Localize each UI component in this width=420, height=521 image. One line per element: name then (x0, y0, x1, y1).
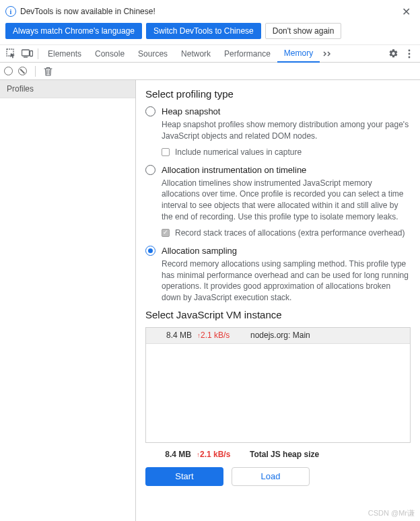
radio-allocation-timeline[interactable] (145, 165, 155, 175)
radio-allocation-sampling[interactable] (145, 246, 155, 256)
device-icon[interactable] (19, 45, 35, 63)
svg-rect-1 (22, 50, 29, 56)
trash-icon[interactable] (44, 67, 53, 76)
checkbox-label[interactable]: Include numerical values in capture (175, 147, 302, 157)
clear-icon[interactable] (18, 67, 27, 75)
switch-language-button[interactable]: Switch DevTools to Chinese (146, 23, 261, 39)
inspect-icon[interactable] (3, 45, 19, 63)
banner-text: DevTools is now available in Chinese! (20, 7, 394, 16)
svg-point-4 (409, 49, 411, 51)
tab-performance[interactable]: Performance (217, 45, 277, 63)
checkbox-label[interactable]: Record stack traces of allocations (extr… (175, 228, 405, 238)
radio-label[interactable]: Allocation sampling (162, 246, 237, 256)
tab-network[interactable]: Network (174, 45, 217, 63)
tab-memory[interactable]: Memory (277, 44, 320, 63)
vm-instance-row[interactable]: 8.4 MB ↑2.1 kB/s nodejs.org: Main (146, 328, 410, 344)
svg-point-5 (409, 53, 411, 55)
total-rate: ↑2.1 kB/s (197, 450, 234, 459)
divider (38, 48, 38, 59)
record-icon[interactable] (4, 67, 13, 75)
option-desc: Record memory allocations using sampling… (162, 258, 411, 304)
dismiss-button[interactable]: Don't show again (265, 23, 342, 39)
radio-label[interactable]: Allocation instrumentation on timeline (162, 165, 306, 175)
svg-rect-3 (30, 51, 32, 57)
checkbox-stack-traces[interactable] (162, 229, 170, 237)
kebab-menu-icon[interactable] (401, 45, 417, 63)
checkbox-numerical-values[interactable] (162, 148, 170, 156)
option-desc: Heap snapshot profiles show memory distr… (162, 119, 411, 142)
tab-elements[interactable]: Elements (41, 45, 88, 63)
radio-label[interactable]: Heap snapshot (162, 106, 220, 116)
more-tabs-icon[interactable] (320, 45, 336, 63)
vm-size: 8.4 MB (146, 331, 197, 340)
profiling-heading: Select profiling type (145, 88, 411, 100)
tab-sources[interactable]: Sources (131, 45, 174, 63)
vm-heading: Select JavaScript VM instance (145, 309, 411, 320)
match-language-button[interactable]: Always match Chrome's language (5, 23, 142, 39)
load-button[interactable]: Load (232, 467, 310, 486)
vm-instance-list: 8.4 MB ↑2.1 kB/s nodejs.org: Main (145, 327, 411, 443)
divider (35, 66, 36, 77)
watermark: CSDN @Mr谦 (368, 508, 415, 518)
info-icon: i (5, 6, 16, 17)
total-label: Total JS heap size (234, 450, 411, 459)
close-icon[interactable]: ✕ (398, 4, 413, 19)
gear-icon[interactable] (385, 45, 401, 63)
radio-heap-snapshot[interactable] (145, 106, 155, 116)
option-desc: Allocation timelines show instrumented J… (162, 178, 411, 223)
svg-point-6 (409, 56, 411, 58)
total-size: 8.4 MB (145, 450, 197, 459)
vm-name: nodejs.org: Main (234, 331, 410, 340)
tab-console[interactable]: Console (88, 45, 131, 63)
vm-rate: ↑2.1 kB/s (197, 331, 234, 340)
sidebar-item-profiles[interactable]: Profiles (0, 80, 135, 98)
start-button[interactable]: Start (145, 467, 223, 486)
